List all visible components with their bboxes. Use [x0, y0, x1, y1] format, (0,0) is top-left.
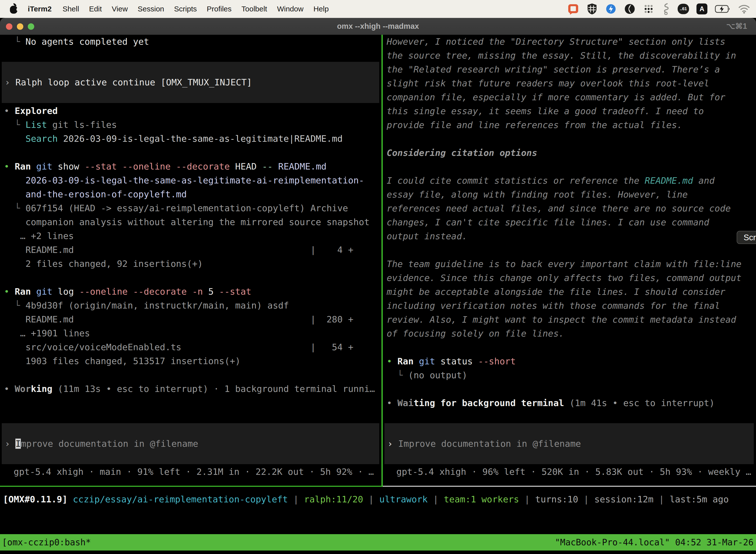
- terminal-line: the source tree, missing the essay. Stil…: [387, 49, 756, 63]
- terminal-line: [OMX#0.11.9] cczip/essay/ai-reimplementa…: [3, 492, 729, 506]
- terminal-line: 2026-03-09-is-legal-the-same-as-legitima…: [4, 173, 381, 187]
- terminal-line: output instead.: [387, 229, 756, 243]
- terminal-line: [387, 132, 756, 146]
- menu-item-shell[interactable]: Shell: [58, 0, 84, 18]
- right-pane-lines: However, I noticed the "Directory Struct…: [383, 35, 756, 410]
- apple-bite: [16, 8, 20, 11]
- agent-status-line-left: gpt-5.4 xhigh · main · 91% left · 2.31M …: [0, 465, 381, 479]
- terminal-line: I could cite commit statistics or refere…: [387, 174, 756, 188]
- terminal-line: [387, 243, 756, 257]
- window-shortcut-badge: ⌥⌘1: [726, 18, 747, 35]
- menu-item-help[interactable]: Help: [309, 0, 334, 18]
- terminal-line: and-the-erosion-of-copyleft.md: [4, 187, 381, 201]
- terminal-line: [4, 368, 381, 382]
- terminal-line: • Working (11m 13s • esc to interrupt) ·…: [4, 382, 381, 396]
- terminal-line: README.md | 280 +: [4, 313, 381, 326]
- terminal-line: references need actual files, and since …: [387, 202, 756, 215]
- terminal-line: [387, 340, 756, 354]
- terminal-line: … +2 lines: [4, 229, 381, 243]
- terminal-line: might be acceptable alongside the file l…: [387, 285, 756, 299]
- squiggle-icon[interactable]: [662, 3, 670, 15]
- terminal-line: including verification notes with those …: [387, 299, 756, 313]
- terminal-line: The team guideline is to back every impo…: [387, 257, 756, 271]
- agent-prompt-input-right[interactable]: › Improve documentation in @filename: [384, 423, 754, 464]
- terminal-line: [387, 160, 756, 174]
- terminal-line: companion file, especially if more comme…: [387, 90, 756, 104]
- tmux-pane-right[interactable]: However, I noticed the "Directory Struct…: [383, 35, 756, 486]
- window-title: omx --xhigh --madmax: [0, 18, 756, 35]
- tmux-pane-left[interactable]: └ No agents completed yet › Ralph loop a…: [0, 35, 381, 486]
- shield-grid-icon[interactable]: [586, 3, 598, 15]
- terminal-line: └ No agents completed yet: [4, 35, 381, 49]
- battery-icon[interactable]: [715, 5, 731, 13]
- window-title-bar[interactable]: omx --xhigh --madmax ⌥⌘1: [0, 18, 756, 35]
- menu-item-window[interactable]: Window: [272, 0, 309, 18]
- left-pane-top-lines: └ No agents completed yet: [0, 35, 381, 49]
- terminal-line: [4, 146, 381, 160]
- menu-item-scripts[interactable]: Scripts: [169, 0, 202, 18]
- terminal-line: └ List git ls-files: [4, 118, 381, 132]
- terminal-line: └ (no output): [387, 368, 756, 382]
- terminal-line: Search 2026-03-09-is-legal-the-same-as-l…: [4, 132, 381, 146]
- menu-item-edit[interactable]: Edit: [84, 0, 107, 18]
- macos-menu-bar: iTerm2 Shell Edit View Session Scripts P…: [0, 0, 756, 18]
- terminal-line: evidence. Since this change only affects…: [387, 271, 756, 285]
- terminal-line: › Improve documentation in @filename: [387, 437, 581, 451]
- menu-item-view[interactable]: View: [107, 0, 133, 18]
- terminal-line: • Explored: [4, 104, 381, 118]
- left-pane-main-lines: • Explored └ List git ls-files Search 20…: [0, 104, 381, 396]
- terminal-line: changes, I can't cite specific file line…: [387, 215, 756, 229]
- terminal-line: slight risk that future readers may over…: [387, 76, 756, 90]
- pane-bottom-border-inactive: [383, 486, 756, 487]
- chat-app-icon[interactable]: [567, 3, 579, 15]
- terminal-line: [4, 271, 381, 285]
- terminal-line: of focusing solely on file lines.: [387, 327, 756, 340]
- menu-item-iterm2[interactable]: iTerm2: [23, 0, 58, 18]
- terminal-line: › Improve documentation in @filename: [5, 437, 198, 451]
- keyboard-layout-icon[interactable]: A: [696, 3, 707, 14]
- menu-item-toolbelt[interactable]: Toolbelt: [237, 0, 272, 18]
- badge-61-icon[interactable]: ..61: [678, 4, 689, 14]
- terminal-line: └ 067f154 (HEAD -> essay/ai-reimplementa…: [4, 201, 381, 215]
- terminal-line: However, I noticed the "Directory Struct…: [387, 35, 756, 49]
- terminal-line: review. Also, I might want to inspect th…: [387, 313, 756, 327]
- iterm2-window: omx --xhigh --madmax ⌥⌘1 └ No agents com…: [0, 18, 756, 554]
- menu-item-profiles[interactable]: Profiles: [202, 0, 236, 18]
- tmux-host-clock: "MacBook-Pro-44.local" 04:52 31-Mar-26: [555, 537, 756, 547]
- terminal-line: • Waiting for background terminal (1m 41…: [387, 396, 756, 410]
- terminal-line: essay file, along with finding root file…: [387, 188, 756, 202]
- screen: iTerm2 Shell Edit View Session Scripts P…: [0, 0, 756, 554]
- terminal-line: this single essay, it seems like a good …: [387, 104, 756, 118]
- terminal-line: • Ran git log --oneline --decorate -n 5 …: [4, 285, 381, 298]
- menu-items: iTerm2 Shell Edit View Session Scripts P…: [23, 0, 334, 18]
- tmux-status-bar: [omx-cczip0:bash* "MacBook-Pro-44.local"…: [0, 534, 756, 551]
- wifi-icon[interactable]: [738, 4, 750, 14]
- menu-bar-status-icons: ..61 A: [567, 3, 756, 15]
- terminal-line: gpt-5.4 xhigh · main · 91% left · 2.31M …: [14, 465, 381, 479]
- omx-session-status-line: [OMX#0.11.9] cczip/essay/ai-reimplementa…: [3, 492, 729, 506]
- terminal-line: provide file and line references from th…: [387, 118, 756, 132]
- terminal-line: the "Related research writing" section i…: [387, 63, 756, 76]
- terminal-line: └ 4b9d30f (origin/main, instructkr/main,…: [4, 298, 381, 313]
- terminal-line: gpt-5.4 xhigh · 96% left · 520K in · 5.8…: [396, 465, 756, 479]
- menu-left: iTerm2 Shell Edit View Session Scripts P…: [0, 0, 334, 18]
- agent-input-box-left-top[interactable]: › Ralph loop active continue [OMX_TMUX_I…: [2, 62, 379, 103]
- terminal-line: README.md | 4 +: [4, 243, 381, 257]
- menu-item-session[interactable]: Session: [133, 0, 169, 18]
- k-circle-icon[interactable]: [624, 3, 635, 15]
- terminal-line: • Ran git show --stat --oneline --decora…: [4, 160, 381, 173]
- apple-menu-icon[interactable]: [9, 3, 19, 15]
- terminal-line: › Ralph loop active continue [OMX_TMUX_I…: [5, 75, 252, 89]
- terminal-line: 1903 files changed, 513517 insertions(+): [4, 354, 381, 368]
- terminal-content: └ No agents completed yet › Ralph loop a…: [0, 35, 756, 554]
- screen-share-chip[interactable]: Scre: [737, 231, 756, 244]
- terminal-line: [387, 382, 756, 396]
- spark-badge-icon[interactable]: [605, 3, 617, 15]
- tmux-window-name[interactable]: [omx-cczip0:bash*: [0, 537, 91, 547]
- pane-bottom-border-active: [0, 486, 383, 487]
- terminal-line: … +1901 lines: [4, 326, 381, 340]
- agent-prompt-input-left[interactable]: › Improve documentation in @filename: [2, 423, 379, 464]
- terminal-line: 2 files changed, 92 insertions(+): [4, 257, 381, 271]
- dots-grid-icon[interactable]: [643, 3, 654, 15]
- terminal-line: src/voice/voiceModeEnabled.ts | 54 +: [4, 340, 381, 354]
